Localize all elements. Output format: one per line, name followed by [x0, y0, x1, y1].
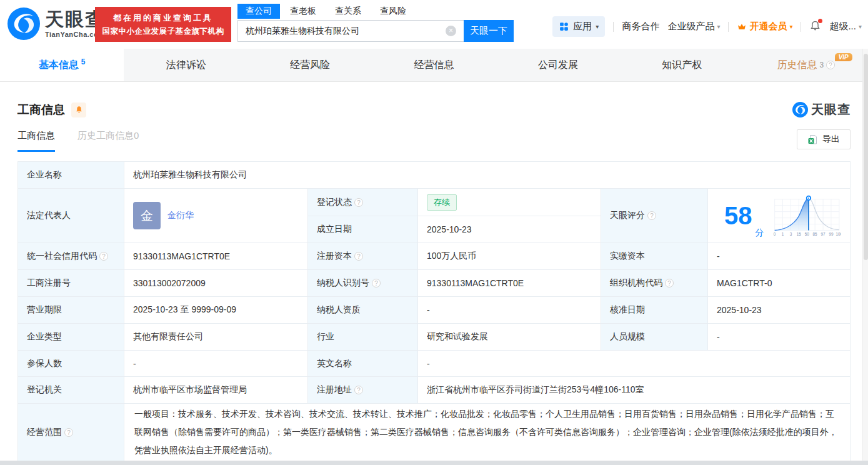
- help-icon[interactable]: ?: [354, 252, 363, 261]
- watermark-logo: 天眼查: [792, 101, 851, 118]
- help-icon[interactable]: ?: [64, 428, 73, 437]
- tab-basic-info[interactable]: 基本信息 5: [0, 49, 124, 81]
- label-text: 注册地址: [317, 384, 352, 396]
- divider: [613, 22, 614, 32]
- divider: [728, 22, 729, 32]
- field-value-reg-number: 330113002072009: [124, 270, 308, 297]
- legal-rep-link[interactable]: 金衍华: [167, 210, 194, 221]
- est-date: 2025-10-23: [427, 224, 472, 234]
- help-icon[interactable]: ?: [826, 61, 835, 69]
- field-value-company-name: 杭州珀莱雅生物科技有限公司: [124, 162, 850, 189]
- industry: 研究和试验发展: [427, 331, 488, 342]
- field-label-approval-date: 核准日期: [601, 297, 708, 324]
- export-label: 导出: [822, 134, 840, 145]
- svg-text:85: 85: [812, 232, 817, 236]
- field-label-industry: 行业: [308, 324, 418, 351]
- apps-menu[interactable]: 应用 ▾: [552, 16, 605, 37]
- search-area: 查公司 查老板 查关系 查风险 × 天眼一下: [237, 3, 514, 42]
- tab-operating-risk[interactable]: 经营风险: [248, 49, 372, 81]
- user-name: 超级...: [829, 21, 856, 32]
- field-label-business-scope: 经营范围 ?: [18, 404, 124, 461]
- field-value-credit-code: 91330113MAG1CTRT0E: [124, 243, 308, 270]
- field-value-approval-date: 2025-10-23: [708, 297, 850, 324]
- scrollbar[interactable]: [862, 49, 868, 465]
- field-label-business-term: 营业期限: [18, 297, 124, 324]
- field-value-company-type: 其他有限责任公司: [124, 324, 308, 351]
- tab-history-info[interactable]: VIP 历史信息 3 ?: [744, 49, 868, 81]
- user-menu[interactable]: 超级... ▾: [829, 21, 862, 32]
- field-label-credit-code: 统一社会信用代码 ?: [18, 243, 124, 270]
- taxpayer-qualification: -: [427, 305, 430, 315]
- subtab-business-info[interactable]: 工商信息: [17, 130, 55, 152]
- search-button[interactable]: 天眼一下: [464, 20, 514, 42]
- tab-operating-info[interactable]: 经营信息: [372, 49, 496, 81]
- business-term: 2025-10-23 至 9999-09-09: [133, 304, 236, 316]
- field-value-reg-capital: 100万人民币: [418, 243, 601, 270]
- score-distribution-chart: 0 1 3 15 50 85 97 99 100: [772, 192, 842, 239]
- field-value-industry: 研究和试验发展: [418, 324, 601, 351]
- search-input[interactable]: [237, 20, 464, 42]
- label-text: 参保人数: [27, 358, 62, 369]
- field-label-staff-size: 人员规模: [601, 324, 708, 351]
- help-icon[interactable]: ?: [99, 252, 108, 261]
- svg-text:50: 50: [804, 232, 809, 236]
- registration-authority: 杭州市临平区市场监督管理局: [133, 384, 247, 396]
- svg-text:1: 1: [781, 232, 784, 236]
- help-icon[interactable]: ?: [372, 279, 381, 288]
- field-value-english-name: -: [418, 351, 850, 377]
- subscribe-bell-button[interactable]: [71, 102, 86, 118]
- label-text: 纳税人识别号: [317, 278, 369, 289]
- scrollbar-thumb[interactable]: [864, 54, 868, 260]
- search-tab-boss[interactable]: 查老板: [290, 6, 316, 17]
- field-label-registered-address: 注册地址 ?: [308, 377, 418, 404]
- field-label-insured-count: 参保人数: [18, 351, 124, 377]
- chevron-down-icon: ▾: [789, 23, 792, 30]
- search-tab-company[interactable]: 查公司: [237, 4, 280, 19]
- clear-icon[interactable]: ×: [446, 26, 456, 36]
- notification-bell[interactable]: [809, 20, 821, 34]
- svg-text:100: 100: [836, 232, 841, 236]
- field-value-est-date: 2025-10-23: [418, 216, 601, 243]
- nav-open-vip[interactable]: 开通会员 ▾: [737, 21, 792, 32]
- field-label-company-name: 企业名称: [18, 162, 124, 189]
- chevron-down-icon: ▾: [596, 23, 599, 30]
- help-icon[interactable]: ?: [665, 279, 674, 288]
- nav-business-coop[interactable]: 商务合作: [622, 21, 659, 32]
- tab-operation-label: 经营信息: [414, 59, 454, 72]
- field-label-paid-capital: 实缴资本: [601, 243, 708, 270]
- label-text: 实缴资本: [610, 251, 645, 262]
- field-value-legal-rep: 金 金衍华: [124, 189, 308, 243]
- tab-basic-count: 5: [81, 58, 86, 66]
- nav-enterprise-product[interactable]: 企业级产品 ▾: [667, 21, 720, 32]
- tab-company-development[interactable]: 公司发展: [496, 49, 620, 81]
- label-text: 经营范围: [27, 427, 62, 438]
- approval-date: 2025-10-23: [717, 305, 762, 315]
- staff-size: -: [717, 332, 720, 342]
- field-label-reg-status: 登记状态 ?: [308, 189, 418, 216]
- chevron-down-icon: ▾: [717, 23, 720, 30]
- field-label-legal-rep: 法定代表人: [18, 189, 124, 243]
- score-unit: 分: [756, 228, 764, 239]
- tab-ip-label: 知识产权: [662, 59, 702, 72]
- export-button[interactable]: 导出: [797, 129, 851, 149]
- label-text: 人员规模: [610, 331, 645, 342]
- subtab-history-business-info[interactable]: 历史工商信息0: [77, 130, 139, 152]
- help-icon[interactable]: ?: [354, 198, 363, 207]
- tab-intellectual-property[interactable]: 知识产权: [620, 49, 744, 81]
- slogan-banner: 都在用的商业查询工具 国家中小企业发展子基金旗下机构: [95, 7, 231, 42]
- tianyancha-logo[interactable]: 天眼查 TianYanCha.com: [7, 8, 105, 40]
- top-bar: 天眼查 TianYanCha.com 都在用的商业查询工具 国家中小企业发展子基…: [0, 0, 868, 49]
- field-value-org-code: MAG1CTRT-0: [708, 270, 850, 297]
- bottom-strip: [0, 461, 868, 465]
- search-tab-risk[interactable]: 查风险: [380, 6, 406, 17]
- apps-label: 应用: [573, 21, 592, 32]
- help-icon[interactable]: ?: [354, 386, 363, 394]
- search-tab-relation[interactable]: 查关系: [335, 6, 361, 17]
- help-icon[interactable]: ?: [647, 211, 656, 220]
- chevron-down-icon: ▾: [859, 23, 862, 30]
- page-tab-bar: 基本信息 5 法律诉讼 经营风险 经营信息 公司发展 知识产权 VIP 历史信息…: [0, 49, 868, 82]
- tab-legal[interactable]: 法律诉讼: [124, 49, 247, 81]
- reg-number: 330113002072009: [133, 278, 206, 288]
- tab-development-label: 公司发展: [538, 59, 578, 72]
- field-label-tyc-score: 天眼评分 ?: [601, 189, 708, 243]
